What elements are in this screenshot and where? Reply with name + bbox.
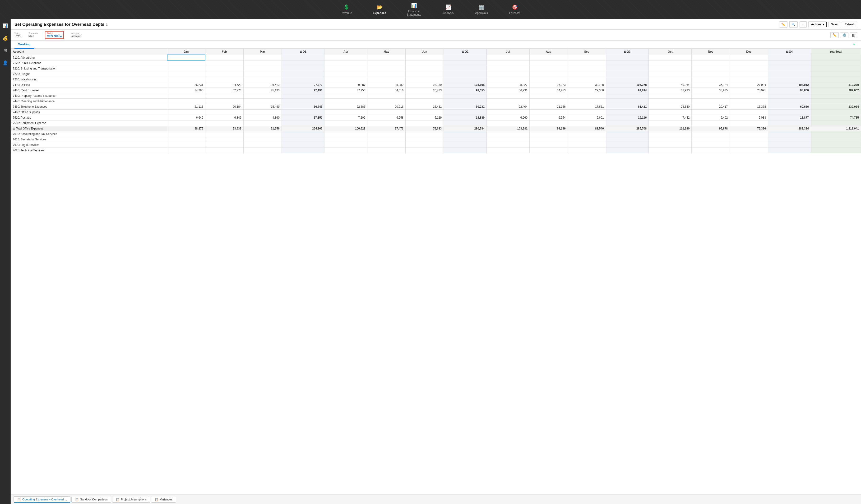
cell-7230-q2[interactable]: [444, 77, 487, 82]
cell-7460-q3[interactable]: [606, 109, 649, 115]
cell-7420-nov[interactable]: 33,935: [692, 87, 730, 93]
cell-7210-jul[interactable]: [487, 66, 529, 71]
cell-7510-q3[interactable]: 19,116: [606, 115, 649, 120]
cell-7440-may[interactable]: [367, 98, 406, 104]
cell-7440-feb[interactable]: [205, 98, 243, 104]
cell-total_office-jul[interactable]: 103,981: [487, 126, 529, 131]
cell-7460-aug[interactable]: [529, 109, 568, 115]
cell-7220-jan[interactable]: [167, 71, 205, 77]
cell-7510-dec[interactable]: 5,033: [730, 115, 768, 120]
cell-7625-dec[interactable]: [730, 148, 768, 153]
cell-7615-jan[interactable]: [167, 137, 205, 142]
cell-7410-may[interactable]: 35,982: [367, 82, 406, 87]
cell-7460-jul[interactable]: [487, 109, 529, 115]
cell-7230-oct[interactable]: [649, 77, 692, 82]
cell-7615-oct[interactable]: [649, 137, 692, 142]
refresh-button[interactable]: Refresh: [842, 22, 857, 27]
cell-7220-year[interactable]: [811, 71, 861, 77]
cell-7460-year[interactable]: [811, 109, 861, 115]
cell-7120-oct[interactable]: [649, 60, 692, 66]
cell-7110-mar[interactable]: [243, 55, 282, 60]
cell-7420-jul[interactable]: 36,291: [487, 87, 529, 93]
cell-7610-jul[interactable]: [487, 131, 529, 137]
cell-7615-nov[interactable]: [692, 137, 730, 142]
cell-7420-oct[interactable]: 38,933: [649, 87, 692, 93]
cell-7615-q4[interactable]: [768, 137, 811, 142]
cell-7210-oct[interactable]: [649, 66, 692, 71]
cell-7110-oct[interactable]: [649, 55, 692, 60]
cell-7440-jan[interactable]: [167, 98, 205, 104]
cell-7610-nov[interactable]: [692, 131, 730, 137]
cell-7440-q1[interactable]: [282, 98, 325, 104]
cell-7420-q4[interactable]: 98,860: [768, 87, 811, 93]
cell-7530-dec[interactable]: [730, 120, 768, 126]
cell-7510-aug[interactable]: 6,554: [529, 115, 568, 120]
collapse-q4-icon[interactable]: ⊟: [786, 50, 789, 53]
cell-7410-q3[interactable]: 105,278: [606, 82, 649, 87]
collapse-q3-icon[interactable]: ⊟: [624, 50, 626, 53]
cell-7510-oct[interactable]: 7,442: [649, 115, 692, 120]
actions-button[interactable]: Actions ▾: [809, 22, 826, 27]
cell-7450-jul[interactable]: 22,404: [487, 104, 529, 109]
cell-7460-may[interactable]: [367, 109, 406, 115]
cell-7530-q4[interactable]: [768, 120, 811, 126]
cell-7460-dec[interactable]: [730, 109, 768, 115]
cell-7610-q4[interactable]: [768, 131, 811, 137]
cell-7230-apr[interactable]: [325, 77, 367, 82]
cell-7510-feb[interactable]: 6,346: [205, 115, 243, 120]
add-tab-button[interactable]: +: [850, 41, 857, 48]
cell-7450-feb[interactable]: 20,184: [205, 104, 243, 109]
cell-7210-dec[interactable]: [730, 66, 768, 71]
cell-7440-apr[interactable]: [325, 98, 367, 104]
cell-7420-feb[interactable]: 32,774: [205, 87, 243, 93]
cell-7510-mar[interactable]: 4,860: [243, 115, 282, 120]
cell-7530-year[interactable]: [811, 120, 861, 126]
collapse-panel-button[interactable]: ◧: [850, 32, 857, 38]
nav-revenue[interactable]: 💲 Revenue: [337, 4, 356, 15]
cell-7210-nov[interactable]: [692, 66, 730, 71]
cell-7615-jun[interactable]: [406, 137, 444, 142]
cell-7610-sep[interactable]: [568, 131, 606, 137]
cell-7410-jul[interactable]: 38,327: [487, 82, 529, 87]
cell-7530-jun[interactable]: [406, 120, 444, 126]
more-options-button[interactable]: ···: [800, 21, 807, 28]
cell-7430-sep[interactable]: [568, 93, 606, 98]
cell-7625-year[interactable]: [811, 148, 861, 153]
nav-analysis[interactable]: 📈 Analysis: [439, 4, 458, 15]
cell-7420-may[interactable]: 34,016: [367, 87, 406, 93]
cell-7220-nov[interactable]: [692, 71, 730, 77]
cell-7610-jun[interactable]: [406, 131, 444, 137]
cell-7530-q2[interactable]: [444, 120, 487, 126]
cell-7220-q4[interactable]: [768, 71, 811, 77]
cell-total_office-mar[interactable]: 71,956: [243, 126, 282, 131]
cell-7460-apr[interactable]: [325, 109, 367, 115]
cell-7530-feb[interactable]: [205, 120, 243, 126]
cell-7120-jun[interactable]: [406, 60, 444, 66]
cell-7410-mar[interactable]: 26,513: [243, 82, 282, 87]
cell-7430-q4[interactable]: [768, 93, 811, 98]
cell-7450-mar[interactable]: 15,449: [243, 104, 282, 109]
nav-financial-statements[interactable]: 📊 Financial Statements: [403, 3, 425, 16]
cell-7610-mar[interactable]: [243, 131, 282, 137]
cell-total_office-q4[interactable]: 282,384: [768, 126, 811, 131]
cell-7450-aug[interactable]: 21,156: [529, 104, 568, 109]
cell-7430-mar[interactable]: [243, 93, 282, 98]
tab-working[interactable]: Working: [14, 41, 35, 49]
cell-7510-jul[interactable]: 6,960: [487, 115, 529, 120]
cell-7110-q2[interactable]: [444, 55, 487, 60]
pencil-edit-button[interactable]: ✏️: [830, 32, 839, 38]
cell-7530-q3[interactable]: [606, 120, 649, 126]
cell-total_office-year[interactable]: 1,113,041: [811, 126, 861, 131]
cell-7230-sep[interactable]: [568, 77, 606, 82]
cell-7120-feb[interactable]: [205, 60, 243, 66]
cell-7430-apr[interactable]: [325, 93, 367, 98]
cell-total_office-q2[interactable]: 280,784: [444, 126, 487, 131]
cell-7440-nov[interactable]: [692, 98, 730, 104]
cell-7110-dec[interactable]: [730, 55, 768, 60]
cell-7625-apr[interactable]: [325, 148, 367, 153]
edit-icon-button[interactable]: ✏️: [779, 21, 788, 28]
cell-7120-q3[interactable]: [606, 60, 649, 66]
cell-7610-apr[interactable]: [325, 131, 367, 137]
cell-7430-aug[interactable]: [529, 93, 568, 98]
cell-7450-jan[interactable]: 21,113: [167, 104, 205, 109]
